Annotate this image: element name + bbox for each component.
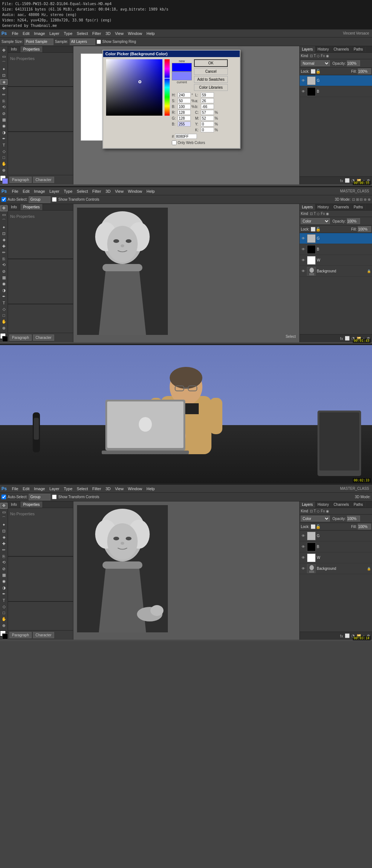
menu-help-1[interactable]: Help — [144, 31, 157, 36]
color-libraries-button[interactable]: Color Libraries — [194, 84, 228, 91]
menu-layer-2[interactable]: Layer — [47, 188, 62, 194]
g-input[interactable] — [178, 116, 191, 121]
tool-move[interactable]: ✥ — [0, 48, 8, 53]
layers-tab-1[interactable]: Layers — [300, 46, 315, 52]
tool-brush-2[interactable]: ✏ — [0, 250, 8, 255]
only-web-colors-checkbox[interactable] — [172, 140, 177, 145]
menu-image-2[interactable]: Image — [32, 188, 47, 194]
show-sampling-ring-checkbox[interactable] — [97, 40, 101, 44]
tool-wand-4[interactable]: ✦ — [0, 522, 8, 527]
bg-color-4[interactable] — [2, 633, 8, 639]
menu-view-4[interactable]: View — [113, 486, 126, 492]
character-btn-1[interactable]: Character — [33, 177, 54, 183]
layer-eye-bg-4[interactable]: 👁 — [301, 566, 306, 571]
tool-hand-4[interactable]: ✋ — [0, 616, 8, 622]
layer-bg-4[interactable]: 👁 Background 🔒 — [300, 563, 372, 574]
tool-history-4[interactable]: ⟲ — [0, 560, 8, 565]
tool-pen[interactable]: ✒ — [0, 136, 8, 141]
menu-image-4[interactable]: Image — [32, 486, 47, 492]
blend-mode-select-4[interactable]: Color — [301, 516, 330, 521]
tool-eyedropper[interactable]: ◈ — [0, 79, 8, 85]
menu-type-2[interactable]: Type — [62, 188, 75, 194]
tool-eraser-4[interactable]: ⊘ — [0, 566, 8, 572]
fg-bg-colors-4[interactable] — [0, 631, 8, 638]
menu-select-2[interactable]: Select — [74, 188, 90, 194]
paths-tab-4[interactable]: Paths — [351, 501, 365, 508]
b-hsb-input[interactable] — [178, 104, 191, 109]
info-tab-2[interactable]: Info — [8, 204, 20, 210]
menu-help-2[interactable]: Help — [144, 188, 157, 194]
tool-gradient-2[interactable]: ▦ — [0, 275, 8, 280]
menu-filter-4[interactable]: Filter — [90, 486, 103, 492]
menu-file-1[interactable]: File — [10, 31, 21, 36]
tool-zoom-2[interactable]: ⊕ — [0, 325, 8, 331]
layer-eye-b-1[interactable]: 👁 — [301, 89, 306, 94]
menu-3d-1[interactable]: 3D — [103, 31, 113, 36]
tool-eyedropper-4[interactable]: ◈ — [0, 535, 8, 540]
menu-window-1[interactable]: Window — [126, 31, 144, 36]
layer-eye-g-4[interactable]: 👁 — [301, 533, 306, 539]
menu-type-4[interactable]: Type — [62, 486, 75, 492]
tool-clone-2[interactable]: ⎘ — [0, 256, 8, 261]
layer-eye-bg-2[interactable]: 👁 — [301, 269, 306, 274]
tool-path[interactable]: ◇ — [0, 148, 8, 154]
tool-lasso-2[interactable]: ⌒ — [0, 218, 8, 224]
menu-window-4[interactable]: Window — [126, 486, 144, 492]
history-tab-4[interactable]: History — [315, 501, 331, 508]
tool-hand[interactable]: ✋ — [0, 161, 8, 167]
s-input[interactable] — [178, 98, 191, 103]
tool-path-2[interactable]: ◇ — [0, 306, 8, 312]
channels-tab-4[interactable]: Channels — [331, 501, 351, 508]
color-picker-dialog[interactable]: Color Picker (Background Color) — [102, 50, 240, 149]
menu-file-4[interactable]: File — [10, 486, 21, 492]
m-input[interactable] — [201, 116, 214, 121]
tool-shape-2[interactable]: □ — [0, 313, 8, 318]
layer-w-2[interactable]: 👁 W — [300, 255, 372, 266]
tool-rect[interactable]: ▭ — [0, 54, 8, 59]
menu-view-2[interactable]: View — [113, 188, 126, 194]
channels-tab-2[interactable]: Channels — [331, 204, 351, 210]
menu-edit-2[interactable]: Edit — [20, 188, 32, 194]
menu-edit-1[interactable]: Edit — [20, 31, 32, 36]
add-swatches-button[interactable]: Add to Swatches — [194, 76, 228, 83]
character-btn-4[interactable]: Character — [33, 632, 54, 638]
layer-b-4[interactable]: 👁 B — [300, 541, 372, 552]
properties-tab-2[interactable]: Properties — [20, 204, 43, 210]
blend-mode-select-1[interactable]: Normal — [301, 60, 330, 66]
layers-tab-2[interactable]: Layers — [300, 204, 315, 210]
bg-color-swatch[interactable] — [2, 178, 8, 184]
c-input[interactable] — [201, 110, 214, 115]
paragraph-btn-2[interactable]: Paragraph — [9, 335, 32, 341]
channels-tab-1[interactable]: Channels — [331, 46, 351, 52]
layer-eye-g-1[interactable]: 👁 — [301, 78, 306, 83]
tool-wand-2[interactable]: ✦ — [0, 224, 8, 230]
l-input[interactable] — [201, 92, 214, 97]
tool-path-4[interactable]: ◇ — [0, 604, 8, 609]
menu-edit-4[interactable]: Edit — [20, 486, 32, 492]
fill-input-2[interactable] — [358, 226, 371, 232]
tool-shape[interactable]: □ — [0, 155, 8, 160]
tool-blur-2[interactable]: ◉ — [0, 281, 8, 287]
current-color-swatch[interactable] — [172, 72, 192, 80]
ok-button[interactable]: OK — [194, 59, 228, 67]
layer-b-1[interactable]: 👁 B — [300, 86, 372, 97]
tool-heal[interactable]: ✚ — [0, 85, 8, 91]
layer-eye-b-2[interactable]: 👁 — [301, 247, 306, 252]
paragraph-btn-4[interactable]: Paragraph — [9, 632, 32, 638]
layers-tab-4[interactable]: Layers — [300, 501, 315, 508]
tool-eyedropper-2[interactable]: ◈ — [0, 237, 8, 243]
info-tab-4[interactable]: Info — [8, 501, 20, 508]
add-layer-mask-1[interactable]: ⬜ — [345, 178, 350, 183]
tool-clone-4[interactable]: ⎘ — [0, 553, 8, 559]
paths-tab-2[interactable]: Paths — [351, 204, 365, 210]
b-lab-input[interactable] — [201, 104, 214, 109]
fg-bg-colors-2[interactable] — [0, 333, 8, 341]
add-mask-2[interactable]: ⬜ — [345, 336, 350, 341]
tool-zoom[interactable]: ⊕ — [0, 167, 8, 173]
blend-mode-select-2[interactable]: Color — [301, 218, 330, 224]
tool-history-2[interactable]: ⟲ — [0, 262, 8, 268]
auto-select-input[interactable] — [29, 196, 50, 203]
tool-heal-4[interactable]: ✚ — [0, 541, 8, 546]
new-color-swatch[interactable] — [172, 63, 192, 72]
tool-clone[interactable]: ⎘ — [0, 98, 8, 104]
